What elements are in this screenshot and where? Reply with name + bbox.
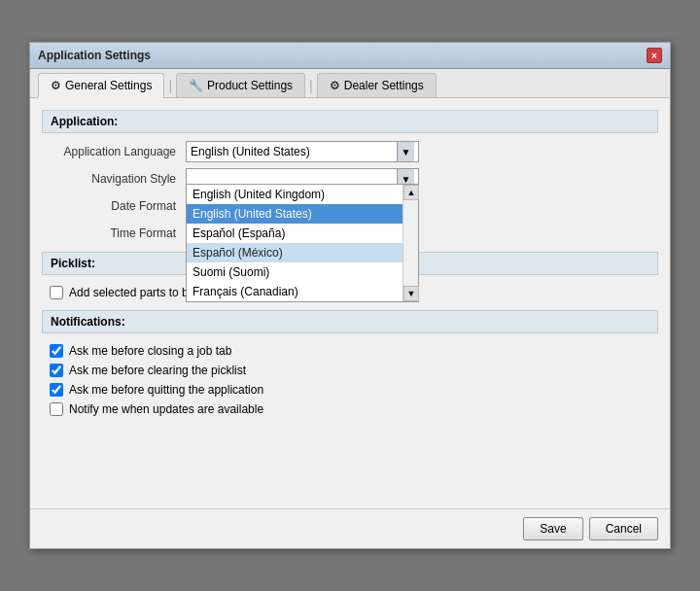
language-dropdown[interactable]: English (United States) ▼	[186, 141, 419, 162]
language-option-en-uk[interactable]: English (United Kingdom)	[187, 185, 418, 204]
dealer-settings-icon: ⚙	[330, 79, 340, 92]
language-dropdown-scrollbar: ▲ ▼	[402, 185, 418, 301]
title-bar: Application Settings ×	[30, 43, 670, 69]
tab-dealer[interactable]: ⚙ Dealer Settings	[317, 73, 437, 97]
notification-clear-picklist-row: Ask me before clearing the picklist	[42, 361, 658, 380]
quit-app-checkbox[interactable]	[50, 383, 63, 397]
language-control: English (United States) ▼ English (Unite…	[186, 141, 650, 162]
cancel-button[interactable]: Cancel	[589, 517, 658, 540]
notifications-section: Notifications: Ask me before closing a j…	[42, 310, 658, 419]
language-dropdown-arrow[interactable]: ▼	[397, 142, 414, 161]
tab-bar: ⚙ General Settings | 🔧 Product Settings …	[30, 69, 670, 98]
close-job-checkbox[interactable]	[50, 344, 63, 358]
language-selected-value: English (United States)	[191, 145, 310, 158]
application-section-header: Application:	[42, 110, 658, 133]
updates-label: Notify me when updates are available	[69, 402, 263, 416]
language-option-en-us[interactable]: English (United States)	[187, 204, 418, 224]
quit-app-label: Ask me before quitting the application	[69, 383, 263, 397]
scrollbar-down-button[interactable]: ▼	[403, 286, 419, 301]
language-row: Application Language English (United Sta…	[42, 141, 658, 162]
date-format-label: Date Format	[50, 199, 186, 213]
notification-close-job-row: Ask me before closing a job tab	[42, 341, 658, 361]
language-dropdown-wrapper: English (United States) ▼ English (Unite…	[186, 141, 650, 162]
content-area: Application: Application Language Englis…	[30, 98, 670, 431]
close-job-label: Ask me before closing a job tab	[69, 344, 231, 358]
clear-picklist-checkbox[interactable]	[50, 364, 63, 377]
updates-checkbox[interactable]	[50, 402, 63, 416]
general-settings-icon: ⚙	[51, 79, 61, 92]
save-button[interactable]: Save	[523, 517, 582, 540]
tab-separator-2: |	[307, 73, 315, 97]
notification-updates-row: Notify me when updates are available	[42, 400, 658, 419]
tab-product-label: Product Settings	[207, 79, 293, 92]
language-option-fr-ca[interactable]: Français (Canadian)	[187, 282, 418, 301]
close-button[interactable]: ×	[647, 48, 662, 63]
dialog-title: Application Settings	[38, 49, 151, 62]
tab-separator-1: |	[166, 73, 174, 97]
footer: Save Cancel	[30, 508, 670, 548]
tab-general-label: General Settings	[65, 79, 152, 92]
language-label: Application Language	[50, 145, 186, 158]
language-option-fi[interactable]: Suomi (Suomi)	[187, 262, 418, 282]
notification-quit-app-row: Ask me before quitting the application	[42, 380, 658, 400]
clear-picklist-label: Ask me before clearing the picklist	[69, 364, 246, 377]
navigation-label: Navigation Style	[50, 172, 186, 186]
tab-general[interactable]: ⚙ General Settings	[38, 73, 164, 98]
notifications-section-header: Notifications:	[42, 310, 658, 333]
language-dropdown-list: English (United Kingdom) English (United…	[186, 184, 419, 302]
picklist-checkbox[interactable]	[50, 286, 63, 299]
scrollbar-track	[403, 200, 418, 286]
language-option-es-mx[interactable]: Español (México)	[187, 243, 418, 262]
language-option-es-es[interactable]: Español (España)	[187, 224, 418, 243]
scrollbar-up-button[interactable]: ▲	[403, 185, 419, 200]
tab-dealer-label: Dealer Settings	[344, 79, 424, 92]
time-format-label: Time Format	[50, 226, 186, 240]
product-settings-icon: 🔧	[189, 79, 203, 92]
application-settings-dialog: Application Settings × ⚙ General Setting…	[29, 42, 671, 549]
tab-product[interactable]: 🔧 Product Settings	[176, 73, 305, 97]
